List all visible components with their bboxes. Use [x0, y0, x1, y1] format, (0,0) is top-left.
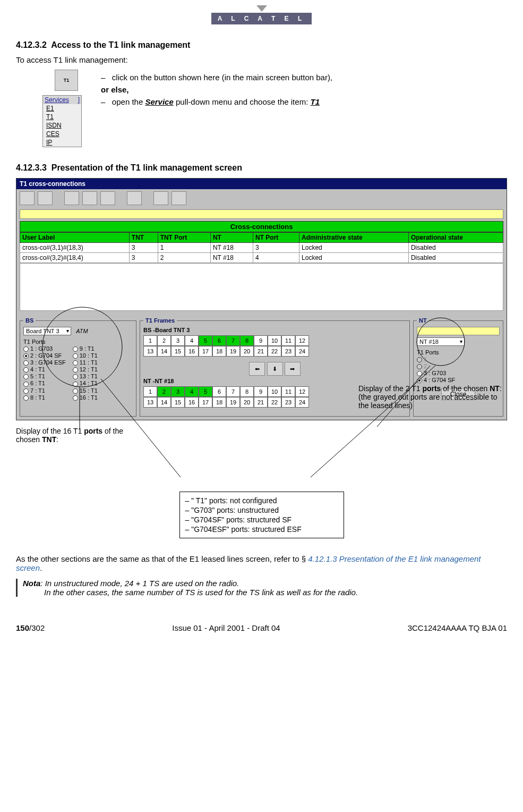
nt-radio-4[interactable]: 4 : G704 SF [417, 377, 500, 383]
col-tnt-port: TNT Port [158, 233, 210, 243]
frame-cell[interactable]: 17 [199, 346, 212, 357]
frame-cell[interactable]: 2 [157, 335, 171, 346]
frame-cell[interactable]: 22 [268, 346, 281, 357]
frame-cell[interactable]: 1 [143, 335, 157, 346]
radio-port-8[interactable]: 8 : T1 [23, 394, 66, 401]
toolbar-button[interactable] [38, 191, 53, 205]
frame-cell[interactable]: 3 [171, 335, 185, 346]
frame-cell[interactable]: 1 [143, 386, 157, 397]
frame-cell[interactable]: 20 [240, 346, 254, 357]
frame-cell[interactable]: 9 [254, 335, 268, 346]
toolbar-button[interactable] [172, 191, 186, 205]
toolbar-button[interactable] [127, 191, 142, 205]
radio-port-16[interactable]: 16 : T1 [73, 394, 98, 401]
frame-cell[interactable]: 15 [171, 397, 185, 408]
frame-cell[interactable]: 10 [268, 386, 281, 397]
logo-arrow-icon [256, 5, 267, 12]
arrow-right-button[interactable]: ➡ [285, 362, 301, 376]
frame-cell[interactable]: 4 [185, 335, 199, 346]
radio-port-4[interactable]: 4 : T1 [23, 366, 66, 373]
frame-cell[interactable]: 13 [143, 397, 157, 408]
nt-radio-3[interactable]: 3 : G703 [417, 370, 500, 376]
frame-cell[interactable]: 16 [185, 397, 199, 408]
radio-port-3[interactable]: 3 : G704 ESF [23, 359, 66, 366]
radio-port-14[interactable]: 14 : T1 [73, 380, 98, 386]
frame-cell[interactable]: 8 [240, 335, 254, 346]
frame-cell[interactable]: 14 [157, 346, 171, 357]
frame-cell[interactable]: 6 [212, 386, 226, 397]
table-row[interactable]: cross-co#(3,1)#(18,3)31NT #183LockedDisa… [20, 243, 503, 253]
services-menu-header: Services] [43, 96, 81, 104]
nt-dropdown[interactable]: NT #18 [417, 337, 465, 346]
frame-cell[interactable]: 7 [226, 335, 240, 346]
bs-board-dropdown[interactable]: Board TNT 3 [23, 327, 71, 335]
menu-item-t1: T1 [43, 113, 81, 121]
frame-cell[interactable]: 7 [226, 386, 240, 397]
radio-port-11[interactable]: 11 : T1 [73, 359, 98, 366]
radio-port-5[interactable]: 5 : T1 [23, 373, 66, 379]
arrow-left-button[interactable]: ⬅ [249, 362, 265, 376]
bullet-1: – click on the button shown here (in the… [101, 73, 507, 82]
frame-cell[interactable]: 13 [143, 346, 157, 357]
frame-cell[interactable]: 6 [212, 335, 226, 346]
frame-cell[interactable]: 5 [199, 335, 212, 346]
frame-cell[interactable]: 20 [240, 397, 254, 408]
bullet-2: – open the Service pull-down menu and ch… [101, 97, 507, 106]
frame-cell[interactable]: 15 [171, 346, 185, 357]
radio-port-13[interactable]: 13 : T1 [73, 373, 98, 379]
col-admin-state: Administrative state [299, 233, 409, 243]
radio-port-9[interactable]: 9 : T1 [73, 345, 98, 352]
cross-connections-header: Cross-connections [20, 221, 503, 232]
radio-port-1[interactable]: 1 : G703 [23, 345, 66, 352]
toolbar-button[interactable] [64, 191, 79, 205]
frame-cell[interactable]: 3 [171, 386, 185, 397]
frame-cell[interactable]: 18 [212, 397, 226, 408]
frame-cell[interactable]: 9 [254, 386, 268, 397]
menu-item-ces: CES [43, 130, 81, 138]
frame-cell[interactable]: 22 [268, 397, 281, 408]
frame-cell[interactable]: 19 [226, 346, 240, 357]
radio-port-12[interactable]: 12 : T1 [73, 366, 98, 373]
frame-cell[interactable]: 21 [254, 346, 268, 357]
frame-cell[interactable]: 2 [157, 386, 171, 397]
frame-cell[interactable]: 24 [295, 397, 309, 408]
toolbar-button[interactable] [82, 191, 97, 205]
logo-text: A L C A T E L [211, 13, 312, 24]
frame-cell[interactable]: 11 [281, 386, 295, 397]
t1-toolbar-button-icon: T1 [55, 70, 78, 91]
toolbar-button[interactable] [100, 191, 115, 205]
frame-cell[interactable]: 10 [268, 335, 281, 346]
radio-port-7[interactable]: 7 : T1 [23, 387, 66, 394]
frame-cell[interactable]: 18 [212, 346, 226, 357]
cross-connections-table: User Label TNT TNT Port NT NT Port Admin… [20, 232, 503, 263]
radio-port-10[interactable]: 10 : T1 [73, 352, 98, 359]
frame-cell[interactable]: 8 [240, 386, 254, 397]
frame-cell[interactable]: 5 [199, 386, 212, 397]
frame-cell[interactable]: 17 [199, 397, 212, 408]
frame-cell[interactable]: 11 [281, 335, 295, 346]
frame-cell[interactable]: 12 [295, 335, 309, 346]
frame-cell[interactable]: 24 [295, 346, 309, 357]
frame-cell[interactable]: 19 [226, 397, 240, 408]
col-nt: NT [210, 233, 253, 243]
brand-logo: A L C A T E L [16, 5, 507, 24]
radio-port-15[interactable]: 15 : T1 [73, 387, 98, 394]
frame-cell[interactable]: 23 [281, 397, 295, 408]
frame-cell[interactable]: 23 [281, 346, 295, 357]
toolbar-button[interactable] [20, 191, 35, 205]
radio-port-6[interactable]: 6 : T1 [23, 380, 66, 386]
frame-cell[interactable]: 12 [295, 386, 309, 397]
nt-radio-1: 1 [417, 356, 500, 362]
annotation-right: Display of the 2 T1 ports of the chosen … [358, 384, 507, 410]
col-op-state: Operational state [408, 233, 503, 243]
frame-cell[interactable]: 21 [254, 397, 268, 408]
frame-cell[interactable]: 16 [185, 346, 199, 357]
toolbar-button[interactable] [153, 191, 168, 205]
radio-port-2[interactable]: 2 : G704 SF [23, 352, 66, 359]
window-titlebar: T1 cross-connections [16, 179, 507, 189]
frame-cell[interactable]: 14 [157, 397, 171, 408]
table-row[interactable]: cross-co#(3,2)#(18,4)32NT #184LockedDisa… [20, 253, 503, 263]
nt-status-box [417, 327, 500, 335]
arrow-down-button[interactable]: ⬇ [267, 362, 283, 376]
frame-cell[interactable]: 4 [185, 386, 199, 397]
